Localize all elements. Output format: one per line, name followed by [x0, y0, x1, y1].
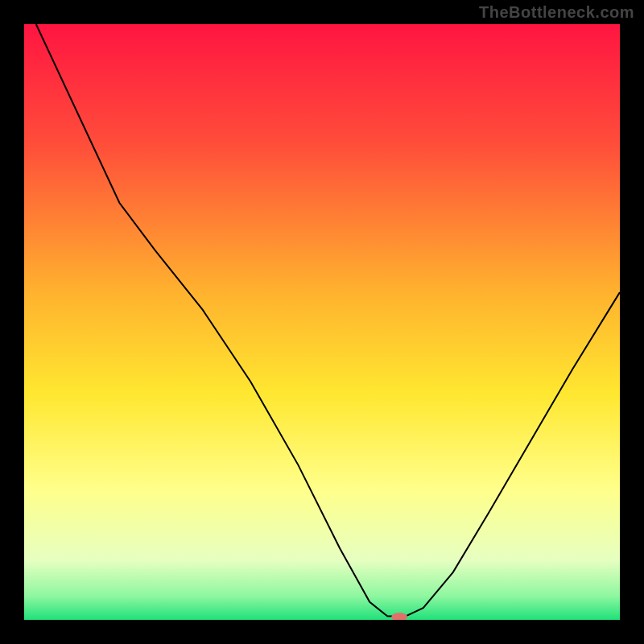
chart-svg — [24, 24, 620, 620]
plot-area — [24, 24, 620, 620]
gradient-background — [24, 24, 620, 620]
watermark-text: TheBottleneck.com — [479, 3, 634, 22]
chart-container: TheBottleneck.com — [0, 0, 644, 644]
